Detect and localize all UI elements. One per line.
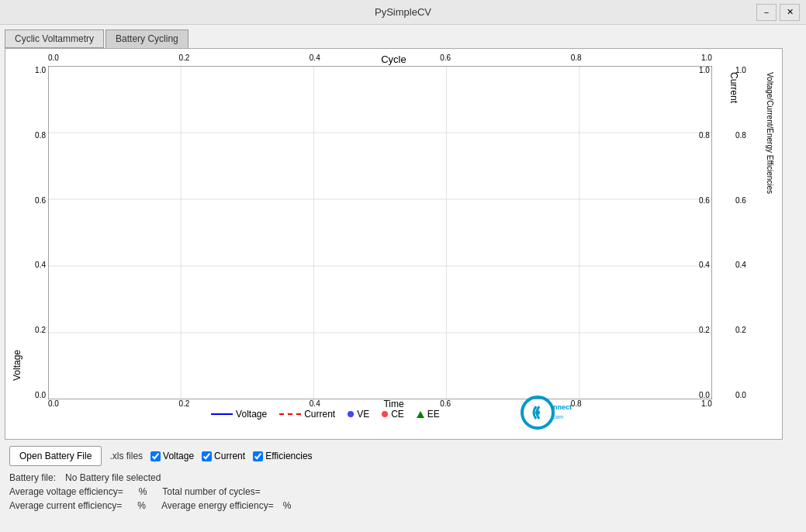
- legend-current: Current: [279, 409, 335, 420]
- y-tick-right2-4: 0.8: [735, 131, 752, 140]
- tab-bar: Cyclic Voltammetry Battery Cycling: [5, 29, 801, 48]
- legend-voltage-label: Voltage: [236, 409, 267, 420]
- avg-voltage-unit: %: [139, 486, 147, 497]
- button-row: Open Battery File .xls files Voltage Cur…: [9, 446, 797, 466]
- battery-file-row: Battery file: No Battery file selected: [9, 472, 797, 483]
- y-axis-left-label: Voltage: [12, 72, 22, 381]
- legend-ee: EE: [417, 409, 440, 420]
- chart-container: Cycle Voltage Current Voltage/Current/En…: [5, 48, 783, 440]
- y-axis-right-label-2: Voltage/Current/Energy Efficiencies: [759, 72, 780, 381]
- y-tick-right1-3: 0.6: [699, 196, 716, 205]
- voltage-line-icon: [211, 413, 233, 415]
- avg-current-label: Average current efficiency=: [9, 500, 122, 511]
- open-battery-file-button[interactable]: Open Battery File: [9, 446, 102, 466]
- svg-rect-0: [48, 66, 712, 399]
- y-tick-left-5: 1.0: [29, 66, 46, 74]
- efficiencies-checkbox-label[interactable]: Efficiencies: [253, 451, 312, 461]
- legend-ee-label: EE: [427, 409, 440, 420]
- legend-ve-label: VE: [357, 409, 369, 420]
- y-axis-right-ticks-2: 0.0 0.2 0.4 0.6 0.8 1.0: [735, 66, 752, 399]
- current-checkbox-label[interactable]: Current: [202, 451, 245, 461]
- svg-point-15: [535, 410, 540, 415]
- ee-triangle-icon: [417, 411, 424, 418]
- chart-svg: [48, 66, 712, 399]
- y-tick-right2-1: 0.2: [735, 326, 752, 334]
- tab-cyclic-voltammetry[interactable]: Cyclic Voltammetry: [5, 29, 104, 48]
- y-tick-left-1: 0.2: [29, 326, 46, 334]
- efficiencies-checkbox-text: Efficiencies: [265, 451, 312, 461]
- legend-ve: VE: [348, 409, 369, 420]
- battery-file-value: No Battery file selected: [65, 472, 161, 483]
- battery-file-label: Battery file:: [9, 472, 56, 483]
- y-tick-right1-5: 1.0: [699, 66, 716, 74]
- current-checkbox[interactable]: [202, 451, 212, 461]
- avg-energy-label: Average energy efficiency=: [161, 500, 274, 511]
- bottom-controls: Open Battery File .xls files Voltage Cur…: [5, 440, 801, 520]
- y-tick-left-2: 0.4: [29, 261, 46, 269]
- legend-ce: CE: [382, 409, 404, 420]
- y-tick-right1-2: 0.4: [699, 261, 716, 269]
- voltage-checkbox-label[interactable]: Voltage: [150, 451, 194, 461]
- y-tick-left-4: 0.8: [29, 131, 46, 140]
- app-title: PySimpleCV: [375, 6, 431, 18]
- avg-current-unit: %: [137, 500, 146, 511]
- watermark-svg: nnect .com: [514, 396, 576, 430]
- ce-dot-icon: [382, 411, 388, 417]
- main-content: Cyclic Voltammetry Battery Cycling Cycle…: [0, 25, 806, 525]
- y-axis-left-ticks: 0.0 0.2 0.4 0.6 0.8 1.0: [29, 66, 46, 399]
- ve-dot-icon: [348, 411, 354, 417]
- voltage-checkbox[interactable]: [150, 451, 161, 461]
- y-tick-right2-2: 0.4: [735, 261, 752, 269]
- voltage-checkbox-text: Voltage: [163, 451, 194, 461]
- legend-voltage: Voltage: [211, 409, 267, 420]
- y-tick-right2-3: 0.6: [735, 196, 752, 205]
- window-controls: − ✕: [756, 4, 800, 21]
- cycle-x-ticks: 0.0 0.2 0.4 0.6 0.8 1.0: [48, 54, 712, 62]
- current-line-icon: [279, 413, 301, 415]
- watermark-area: nnect .com: [514, 396, 576, 433]
- legend-current-label: Current: [304, 409, 335, 420]
- svg-text:nnect: nnect: [553, 403, 572, 411]
- minimize-button[interactable]: −: [756, 4, 777, 21]
- chart-legend: Voltage Current VE CE EE: [5, 396, 782, 433]
- svg-text:.com: .com: [552, 414, 563, 420]
- y-tick-left-3: 0.6: [29, 196, 46, 205]
- tab-battery-cycling[interactable]: Battery Cycling: [106, 29, 189, 48]
- efficiency-row-1: Average voltage efficiency= % Total numb…: [9, 486, 797, 497]
- efficiencies-checkbox[interactable]: [253, 451, 263, 461]
- avg-voltage-label: Average voltage efficiency=: [9, 486, 123, 497]
- total-cycles-label: Total number of cycles=: [162, 486, 260, 497]
- legend-ce-label: CE: [391, 409, 404, 420]
- y-tick-right1-1: 0.2: [699, 326, 716, 334]
- close-button[interactable]: ✕: [780, 4, 800, 21]
- y-tick-right2-5: 1.0: [735, 66, 752, 74]
- y-axis-right-ticks-1: 0.0 0.2 0.4 0.6 0.8 1.0: [699, 66, 716, 399]
- avg-energy-unit: %: [283, 500, 292, 511]
- xls-label: .xls files: [109, 451, 143, 461]
- y-tick-right1-4: 0.8: [699, 131, 716, 140]
- current-checkbox-text: Current: [214, 451, 245, 461]
- titlebar: PySimpleCV − ✕: [0, 0, 806, 25]
- efficiency-row-2: Average current efficiency= % Average en…: [9, 500, 797, 511]
